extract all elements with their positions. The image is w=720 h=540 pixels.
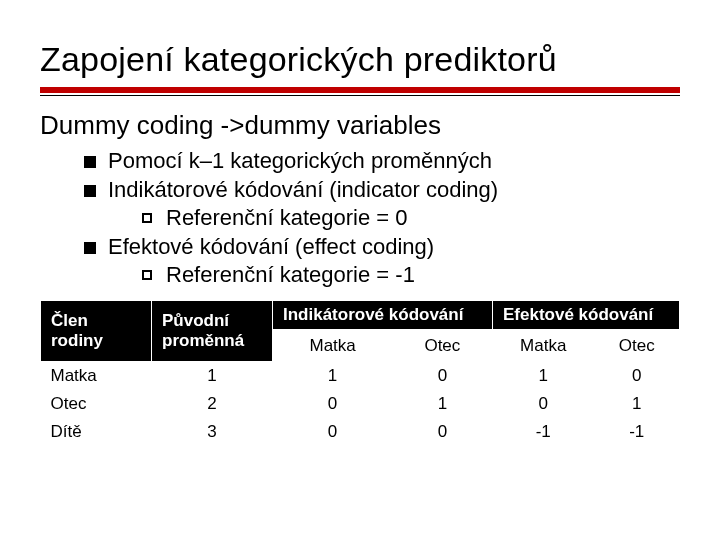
col-original: Původní proměnná: [152, 300, 273, 362]
cell-value: 0: [492, 390, 593, 418]
cell-value: -1: [594, 418, 680, 446]
table-row: Dítě 3 0 0 -1 -1: [41, 418, 680, 446]
bullet-item: Indikátorové kódování (indicator coding)…: [84, 176, 680, 233]
subcol-matka-indicator: Matka: [273, 329, 393, 362]
cell-value: 0: [273, 390, 393, 418]
col-effect: Efektové kódování: [492, 300, 679, 329]
bullet-item: Efektové kódování (effect coding) Refere…: [84, 233, 680, 290]
cell-value: 1: [392, 390, 492, 418]
table-row: Otec 2 0 1 0 1: [41, 390, 680, 418]
sub-bullet-item: Referenční kategorie = 0: [142, 204, 680, 233]
subcol-otec-effect: Otec: [594, 329, 680, 362]
bullet-item: Pomocí k–1 kategorických proměnných: [84, 147, 680, 176]
title-rule: [40, 87, 680, 96]
col-indicator: Indikátorové kódování: [273, 300, 493, 329]
cell-label: Dítě: [41, 418, 152, 446]
cell-value: 1: [492, 362, 593, 391]
col-member: Člen rodiny: [41, 300, 152, 362]
cell-value: 0: [594, 362, 680, 391]
cell-value: 1: [152, 362, 273, 391]
bullet-list: Pomocí k–1 kategorických proměnných Indi…: [40, 147, 680, 290]
cell-value: 1: [273, 362, 393, 391]
cell-label: Otec: [41, 390, 152, 418]
table-row: Matka 1 1 0 1 0: [41, 362, 680, 391]
cell-label: Matka: [41, 362, 152, 391]
subtitle: Dummy coding ->dummy variables: [40, 110, 680, 141]
cell-value: 1: [594, 390, 680, 418]
cell-value: 0: [392, 362, 492, 391]
slide: Zapojení kategorických prediktorů Dummy …: [0, 0, 720, 540]
bullet-text: Efektové kódování (effect coding): [108, 234, 434, 259]
cell-value: 2: [152, 390, 273, 418]
subcol-otec-indicator: Otec: [392, 329, 492, 362]
cell-value: 0: [273, 418, 393, 446]
table-header-row: Člen rodiny Původní proměnná Indikátorov…: [41, 300, 680, 329]
cell-value: 3: [152, 418, 273, 446]
bullet-text: Indikátorové kódování (indicator coding): [108, 177, 498, 202]
subcol-matka-effect: Matka: [492, 329, 593, 362]
cell-value: 0: [392, 418, 492, 446]
cell-value: -1: [492, 418, 593, 446]
page-title: Zapojení kategorických prediktorů: [40, 40, 680, 81]
sub-bullet-item: Referenční kategorie = -1: [142, 261, 680, 290]
coding-table: Člen rodiny Původní proměnná Indikátorov…: [40, 300, 680, 447]
